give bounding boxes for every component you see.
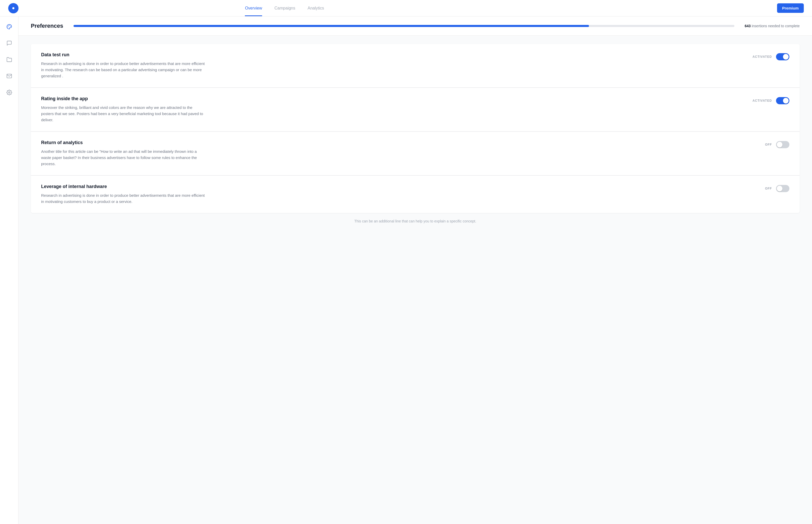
pref-title-return-analytics: Return of analytics	[41, 140, 744, 145]
content-area: Data test run Research in advertising is…	[18, 36, 812, 238]
toggle-thumb-analytics	[777, 142, 782, 147]
pref-desc-return-analytics: Another title for this article can be "H…	[41, 148, 206, 167]
tab-overview[interactable]: Overview	[245, 0, 262, 16]
pref-card-body-analytics: Return of analytics Another title for th…	[41, 140, 765, 167]
tab-analytics[interactable]: Analytics	[308, 0, 324, 16]
pref-title-rating-app: Rating inside the app	[41, 96, 732, 101]
progress-suffix: insertions needed to complete	[751, 24, 800, 28]
sidebar-icon-mail[interactable]	[5, 72, 13, 80]
toggle-thumb-hardware	[777, 186, 782, 191]
pref-desc-leverage-hardware: Research in advertising is done in order…	[41, 192, 206, 205]
top-navigation: Overview Campaigns Analytics Premium	[0, 0, 812, 16]
sidebar-icon-paint[interactable]	[5, 22, 13, 31]
premium-button[interactable]: Premium	[777, 3, 804, 13]
pref-desc-rating-app: Moreover the striking, brilliant and viv…	[41, 104, 206, 123]
status-label-data-test-run: ACTIVATED	[752, 55, 772, 59]
toggle-thumb-rating	[783, 98, 789, 103]
pref-card-body-hardware: Leverage of internal hardware Research i…	[41, 184, 765, 205]
progress-bar-fill	[74, 25, 589, 27]
pref-control-data-test-run: ACTIVATED	[752, 52, 790, 60]
toggle-data-test-run[interactable]	[776, 53, 790, 60]
preferences-title: Preferences	[31, 22, 63, 29]
pref-card-body: Data test run Research in advertising is…	[41, 52, 752, 79]
sidebar-icon-chat[interactable]	[5, 39, 13, 47]
svg-point-1	[10, 26, 11, 27]
main-layout: Preferences 643 insertions needed to com…	[0, 16, 812, 524]
status-label-return-analytics: OFF	[765, 143, 772, 146]
pref-control-leverage-hardware: OFF	[765, 184, 790, 192]
nav-tabs: Overview Campaigns Analytics	[245, 0, 324, 16]
sidebar-icon-folder[interactable]	[5, 55, 13, 64]
toggle-return-analytics[interactable]	[776, 141, 790, 148]
pref-card-leverage-hardware: Leverage of internal hardware Research i…	[31, 176, 800, 213]
pref-control-rating-app: ACTIVATED	[752, 96, 790, 104]
status-label-leverage-hardware: OFF	[765, 187, 772, 190]
toggle-leverage-hardware[interactable]	[776, 185, 790, 192]
logo-dot	[12, 7, 14, 9]
pref-card-rating-app: Rating inside the app Moreover the strik…	[31, 87, 800, 131]
preferences-header: Preferences 643 insertions needed to com…	[18, 16, 812, 36]
footer-text: This can be an additional line that can …	[31, 213, 800, 229]
status-label-rating-app: ACTIVATED	[752, 99, 772, 102]
tab-campaigns[interactable]: Campaigns	[274, 0, 295, 16]
toggle-rating-app[interactable]	[776, 97, 790, 104]
pref-card-data-test-run: Data test run Research in advertising is…	[31, 44, 800, 87]
svg-point-4	[9, 92, 10, 93]
progress-bar-container	[74, 25, 734, 27]
main-content: Preferences 643 insertions needed to com…	[18, 16, 812, 524]
pref-control-return-analytics: OFF	[765, 140, 790, 148]
progress-text: 643 insertions needed to complete	[745, 24, 800, 28]
pref-desc-data-test-run: Research in advertising is done in order…	[41, 61, 206, 79]
pref-card-return-analytics: Return of analytics Another title for th…	[31, 132, 800, 175]
preferences-cards: Data test run Research in advertising is…	[31, 44, 800, 213]
pref-title-data-test-run: Data test run	[41, 52, 732, 58]
pref-card-body-rating: Rating inside the app Moreover the strik…	[41, 96, 752, 123]
progress-count: 643	[745, 24, 751, 28]
pref-title-leverage-hardware: Leverage of internal hardware	[41, 184, 744, 189]
sidebar-icon-settings[interactable]	[5, 88, 13, 97]
toggle-thumb	[783, 54, 789, 60]
sidebar	[0, 16, 18, 524]
logo[interactable]	[8, 3, 18, 13]
